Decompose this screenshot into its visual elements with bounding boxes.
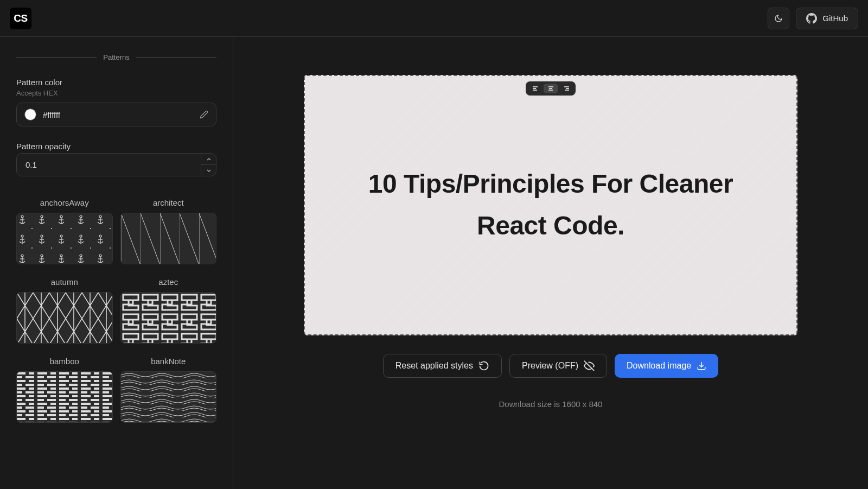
reset-styles-button[interactable]: Reset applied styles <box>383 354 502 378</box>
moon-icon <box>774 14 783 23</box>
svg-rect-12 <box>17 372 112 422</box>
align-left-button[interactable] <box>528 84 542 93</box>
app-logo[interactable]: CS <box>10 8 31 29</box>
svg-rect-8 <box>17 293 112 343</box>
section-divider: Patterns <box>16 53 216 61</box>
pattern-item-architect[interactable]: architect <box>120 198 217 264</box>
layout: Patterns Pattern color Accepts HEX Patte… <box>0 37 868 489</box>
main-panel: 10 Tips/Principles For Cleaner React Cod… <box>233 37 868 489</box>
canvas-title[interactable]: 10 Tips/Principles For Cleaner React Cod… <box>342 163 760 247</box>
header-actions: GitHub <box>768 8 858 29</box>
pattern-grid: anchorsAway architect autumn aztec <box>16 198 216 423</box>
pattern-swatch <box>16 213 113 264</box>
app-header: CS GitHub <box>0 0 868 37</box>
align-right-icon <box>564 86 569 91</box>
github-icon <box>806 13 817 24</box>
download-size-text: Download size is 1600 x 840 <box>499 399 603 409</box>
download-image-button[interactable]: Download image <box>615 354 718 378</box>
align-center-button[interactable] <box>544 84 558 93</box>
sidebar: Patterns Pattern color Accepts HEX Patte… <box>0 37 233 489</box>
section-title: Patterns <box>103 53 129 61</box>
pattern-item-aztec[interactable]: aztec <box>120 277 217 344</box>
alignment-toolbar <box>526 81 576 96</box>
chevron-up-icon <box>207 158 211 161</box>
opacity-decrease-button[interactable] <box>201 165 216 176</box>
pattern-opacity-field <box>16 153 216 176</box>
pattern-swatch <box>16 292 113 344</box>
pattern-swatch <box>120 292 217 344</box>
svg-rect-13 <box>121 372 216 422</box>
download-icon <box>697 361 706 371</box>
pattern-opacity-input[interactable] <box>17 154 201 176</box>
pattern-color-label: Pattern color <box>16 78 216 87</box>
edit-icon[interactable] <box>200 110 208 119</box>
action-bar: Reset applied styles Preview (OFF) Downl… <box>383 354 718 378</box>
pattern-item-anchorsaway[interactable]: anchorsAway <box>16 198 113 264</box>
pattern-item-bamboo[interactable]: bamboo <box>16 357 113 423</box>
align-left-icon <box>533 86 538 91</box>
theme-toggle-button[interactable] <box>768 8 789 29</box>
preview-button[interactable]: Preview (OFF) <box>509 354 607 378</box>
pattern-color-hint: Accepts HEX <box>16 89 216 97</box>
chevron-down-icon <box>207 169 211 172</box>
pattern-swatch <box>120 371 217 423</box>
reset-icon <box>478 360 489 371</box>
pattern-color-field[interactable] <box>16 103 216 126</box>
align-center-icon <box>548 86 553 91</box>
svg-rect-4 <box>17 213 112 264</box>
opacity-increase-button[interactable] <box>201 154 216 165</box>
align-right-button[interactable] <box>559 84 573 93</box>
github-label: GitHub <box>822 14 848 23</box>
svg-rect-7 <box>121 213 216 264</box>
github-button[interactable]: GitHub <box>796 8 858 29</box>
pattern-item-autumn[interactable]: autumn <box>16 277 113 344</box>
pattern-swatch <box>120 213 217 264</box>
pattern-item-banknote[interactable]: bankNote <box>120 357 217 423</box>
preview-canvas[interactable]: 10 Tips/Principles For Cleaner React Cod… <box>304 75 797 335</box>
logo-text: CS <box>14 12 27 24</box>
eye-off-icon <box>584 360 595 371</box>
opacity-stepper <box>201 154 216 176</box>
canvas-container: 10 Tips/Principles For Cleaner React Cod… <box>304 75 797 335</box>
color-swatch[interactable] <box>24 109 36 120</box>
pattern-swatch <box>16 371 113 423</box>
svg-rect-9 <box>121 293 216 343</box>
pattern-opacity-label: Pattern opacity <box>16 142 216 151</box>
pattern-color-input[interactable] <box>43 110 193 119</box>
